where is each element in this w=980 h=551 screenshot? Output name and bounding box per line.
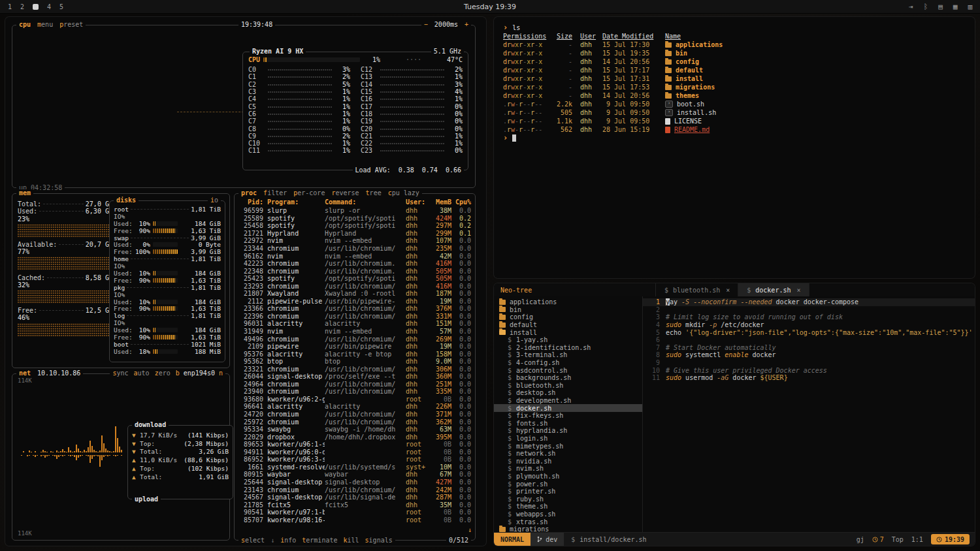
process-row[interactable]: 96599slurpslurp -ordhh38M0.0 [235,207,475,215]
workspace-2[interactable]: 2 [20,3,24,10]
process-row[interactable]: 23344chromium/usr/lib/chromium/dhh235M0.… [235,245,475,253]
proc-action-signals[interactable]: signals [365,537,393,544]
workspace-5[interactable]: 5 [59,3,63,10]
cpu-control-preset[interactable]: preset [59,21,83,29]
grid-icon[interactable]: ▦ [953,3,958,11]
tree-item-development.sh[interactable]: $development.sh [494,397,642,405]
process-row[interactable]: 21807XwaylandXwayland :0 -rootldhh187M0.… [235,290,475,298]
process-row[interactable]: 42223chromium/usr/lib/chromium.dhh416M0.… [235,260,475,268]
workspace-4[interactable]: 4 [47,3,51,10]
process-row[interactable]: 23143chromium/usr/lib/chromium/dhh242M0.… [235,486,475,494]
tree-item-ruby.sh[interactable]: $ruby.sh [494,495,642,503]
proc-action-info[interactable]: info [280,537,296,544]
tree-item-webapps.sh[interactable]: $webapps.sh [494,511,642,518]
process-row[interactable]: 21785fcitx5fcitx5dhh35M0.0 [235,501,475,509]
shell-prompt-line[interactable]: › [503,134,966,142]
tree-item-bin[interactable]: bin [494,306,642,314]
proc-control-per-core[interactable]: per-core [293,189,325,197]
net-control-zero[interactable]: zero [155,370,171,377]
tree-item-1-yay.sh[interactable]: $1-yay.sh [494,336,642,344]
tree-item-xtras.sh[interactable]: $xtras.sh [494,518,642,526]
process-row[interactable]: 24567signal-desktop/usr/lib/signal-dedhh… [235,494,475,501]
process-row[interactable]: 2112pipewire-pulse/usr/bin/pipewire-dhh1… [235,298,475,306]
tree-item-power.sh[interactable]: $power.sh [494,480,642,488]
process-row[interactable]: 24964chromium/usr/lib/chromium/dhh251M0.… [235,381,475,388]
process-row[interactable]: 25972chromium/usr/lib/chromium/dhh362M0.… [235,418,475,426]
tree-item-network.sh[interactable]: $network.sh [494,450,642,458]
keyboard-icon[interactable]: ▤ [938,3,943,11]
process-row[interactable]: 2109pipewire/usr/bin/pipewiredhh19M0.0 [235,343,475,351]
process-row[interactable]: 25644signal-desktopsignal-desktopdhh427M… [235,479,475,486]
tree-item-mimetypes.sh[interactable]: $mimetypes.sh [494,442,642,450]
terminal-window[interactable]: › ls PermissionsSizeUserDate ModifiedNam… [494,17,975,278]
logout-icon[interactable]: ⇥ [909,3,913,11]
process-row[interactable]: 90541kworker/u97:1-btroot0B0.0 [235,509,475,516]
tree-item-applications[interactable]: applications [494,298,642,306]
process-row[interactable]: 1661systemd-resolve/usr/lib/systemd/ssys… [235,464,475,471]
process-row[interactable]: 96031alacrittyalacrittydhh151M0.0 [235,320,475,328]
close-tab-icon[interactable]: × [726,287,730,294]
tree-item-desktop.sh[interactable]: $desktop.sh [494,389,642,397]
update-interval[interactable]: −2000ms+ [421,21,471,29]
process-row[interactable]: 22396chromium/usr/lib/chromium/dhh331M0.… [235,313,475,321]
process-row[interactable]: 26044signal-desktop/proc/self/exe --tdhh… [235,373,475,381]
process-row[interactable]: 22348chromium/usr/lib/chromium.dhh505M0.… [235,267,475,275]
tab-docker.sh[interactable]: $docker.sh× [738,283,809,296]
tree-item-nvim.sh[interactable]: $nvim.sh [494,465,642,473]
tree-item-bluetooth.sh[interactable]: $bluetooth.sh [494,382,642,390]
process-row[interactable]: 22972nvimnvim --embeddhh107M0.0 [235,237,475,245]
tree-item-theme.sh[interactable]: $theme.sh [494,503,642,511]
proc-control-tree[interactable]: tree [366,189,382,197]
tree-item-default[interactable]: default [494,321,642,329]
process-row[interactable]: 80915waybarwaybardhh67M0.0 [235,471,475,479]
process-row[interactable]: 93680kworker/u96:2-gfroot0B0.0 [235,396,475,403]
tree-item-fonts.sh[interactable]: $fonts.sh [494,420,642,428]
tree-item-nvidia.sh[interactable]: $nvidia.sh [494,457,642,465]
tree-item-hyprlandia.sh[interactable]: $hyprlandia.sh [494,427,642,435]
process-row[interactable]: 96162nvimnvim --embeddhh42M0.0 [235,252,475,260]
tree-item-4-config.sh[interactable]: $4-config.sh [494,359,642,367]
disks-io-toggle[interactable]: io [210,197,218,204]
net-control-sync[interactable]: sync [112,370,128,377]
process-row[interactable]: 25458spotify/opt/spotify/spotidhh297M0.2 [235,222,475,230]
proc-control-cpu-lazy[interactable]: cpu lazy [388,189,419,197]
tree-item-asdcontrol.sh[interactable]: $asdcontrol.sh [494,366,642,374]
process-row[interactable]: 23366chromium/usr/lib/chromium/dhh376M0.… [235,305,475,313]
process-row[interactable]: 23321chromium/usr/lib/chromium/dhh306M0.… [235,365,475,373]
process-row[interactable]: 94911kworker/u96:0-dmroot0B0.0 [235,449,475,456]
tree-item-backgrounds.sh[interactable]: $backgrounds.sh [494,374,642,382]
tab-bluetooth.sh[interactable]: $bluetooth.sh× [656,283,738,296]
process-row[interactable]: 22029dropbox/home/dhh/.dropboxdhh395M0.0 [235,433,475,441]
tree-item-docker.sh[interactable]: $docker.sh [494,404,642,412]
process-row[interactable]: 23940chromium/usr/lib/chromium/dhh335M0.… [235,388,475,396]
process-row[interactable]: 85707kworker/u98:16-broot0B0.0 [235,516,475,524]
code-editor[interactable]: 1yay -S --noconfirm --needed docker dock… [643,296,975,533]
tree-item-printer.sh[interactable]: $printer.sh [494,488,642,496]
process-row[interactable]: 23293chromium/usr/lib/chromium/dhh416M0.… [235,282,475,290]
process-row[interactable]: 95362btopbtopdhh9.0M0.0 [235,358,475,366]
tree-item-login.sh[interactable]: $login.sh [494,435,642,443]
process-row[interactable]: 96641alacrittyalacrittydhh226M0.0 [235,403,475,411]
tree-item-fix-fkeys.sh[interactable]: $fix-fkeys.sh [494,412,642,420]
proc-control-filter[interactable]: filter [263,189,287,197]
process-row[interactable]: 49496chromium/usr/lib/chromium/dhh269M0.… [235,335,475,343]
proc-action-select[interactable]: select [241,537,265,544]
proc-control-reverse[interactable]: reverse [331,189,359,197]
process-row[interactable]: 31949nvimnvim --embeddhh57M0.0 [235,328,475,336]
net-interface[interactable]: b enp194s0 n [176,370,223,377]
bluetooth-icon[interactable]: ᛒ [924,3,928,11]
process-row[interactable]: 24720chromium/usr/lib/chromium/dhh371M0.… [235,411,475,418]
tree-item-config[interactable]: config [494,313,642,321]
scroll-down-icon[interactable]: ↓ [468,526,472,533]
tree-item-2-identification.sh[interactable]: $2-identification.sh [494,344,642,352]
process-row[interactable]: 21721HyprlandHyprlanddhh299M0.1 [235,230,475,238]
net-control-auto[interactable]: auto [134,370,150,377]
process-row[interactable]: 95376alacrittyalacritty -e btopdhh158M0.… [235,350,475,358]
process-row[interactable]: 86952kworker/u96:3-sdroot0B0.0 [235,456,475,464]
tree-item-3-terminal.sh[interactable]: $3-terminal.sh [494,351,642,359]
cpu-control-menu[interactable]: menu [37,21,53,29]
levels-icon[interactable]: ▥ [968,3,972,11]
close-tab-icon[interactable]: × [796,287,800,294]
workspace-1[interactable]: 1 [8,3,12,10]
process-row[interactable]: 95334swaybgswaybg -i /home/dhdhh63M0.0 [235,426,475,433]
